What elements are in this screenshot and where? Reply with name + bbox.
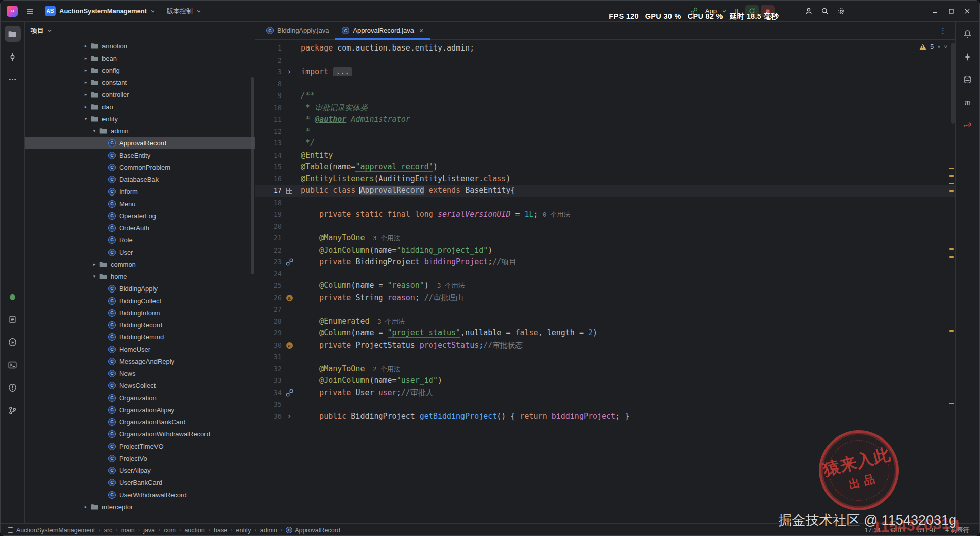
tree-item-HomeUser[interactable]: CHomeUser — [25, 343, 255, 355]
tree-item-OrderAuth[interactable]: COrderAuth — [25, 222, 255, 234]
tree-chevron-icon[interactable]: ▸ — [81, 68, 90, 73]
code-line-10[interactable]: 10 * 审批记录实体类 — [255, 102, 955, 114]
jpa-relation-icon[interactable] — [286, 389, 293, 397]
tree-item-NewsCollect[interactable]: CNewsCollect — [25, 379, 255, 392]
line-number[interactable]: 3 — [255, 66, 282, 78]
code-line-11[interactable]: 11 * @author Administrator — [255, 114, 955, 126]
warning-stripe-mark[interactable] — [949, 330, 954, 332]
tree-item-OperaterLog[interactable]: COperaterLog — [25, 210, 255, 222]
line-number[interactable]: 31 — [255, 351, 282, 363]
chevron-down-icon[interactable] — [47, 28, 53, 33]
close-tab-icon[interactable]: × — [419, 27, 423, 35]
warning-stripe-mark[interactable] — [949, 183, 954, 184]
ai-assistant-icon[interactable] — [960, 48, 976, 65]
tree-chevron-icon[interactable]: ▸ — [81, 43, 90, 48]
tree-item-ProjectVo[interactable]: CProjectVo — [25, 452, 255, 464]
line-number[interactable]: 36 — [255, 411, 282, 423]
breadcrumb-main[interactable]: main — [121, 527, 135, 534]
code-line-25[interactable]: 25 @Column(name = "reason") 3 个用法 — [255, 280, 955, 292]
tree-chevron-icon[interactable]: ▾ — [90, 274, 99, 279]
fold-chevron-icon[interactable]: › — [287, 68, 291, 76]
code-line-1[interactable]: 1package com.auction.base.entity.admin; — [255, 42, 955, 55]
git-icon[interactable] — [5, 402, 21, 418]
tree-item-entity[interactable]: ▾entity — [25, 113, 255, 125]
tree-chevron-icon[interactable]: ▸ — [81, 80, 90, 85]
tree-item-bean[interactable]: ▸bean — [25, 52, 255, 64]
minimize-icon[interactable] — [928, 4, 942, 18]
jpa-column-icon[interactable]: a — [286, 295, 293, 301]
code-line-32[interactable]: 32 @ManyToOne 2 个用法 — [255, 363, 955, 375]
account-icon[interactable] — [802, 4, 816, 18]
line-number[interactable]: 21 — [255, 232, 282, 245]
line-number[interactable]: 12 — [255, 126, 282, 138]
code-line-2[interactable]: 2 — [255, 55, 955, 67]
maximize-icon[interactable] — [944, 4, 958, 18]
breadcrumb-AuctionSystemManagement[interactable]: AuctionSystemManagement — [8, 527, 95, 534]
tree-chevron-icon[interactable]: ▸ — [81, 56, 90, 61]
database-icon[interactable] — [960, 71, 976, 87]
line-number[interactable]: 2 — [255, 55, 282, 67]
code-line-13[interactable]: 13 */ — [255, 137, 955, 150]
tree-scrollbar[interactable] — [251, 77, 254, 274]
breadcrumb-base[interactable]: base — [214, 527, 227, 534]
breadcrumb-src[interactable]: src — [104, 527, 113, 534]
tab-BiddingApply.java[interactable]: CBiddingApply.java — [260, 22, 335, 39]
line-number[interactable]: 9 — [255, 90, 282, 102]
next-problem-icon[interactable]: ˅ — [944, 44, 947, 50]
tree-item-Menu[interactable]: CMenu — [25, 198, 255, 210]
todo-icon[interactable] — [5, 311, 21, 327]
tree-item-common[interactable]: ▸common — [25, 258, 255, 270]
line-number[interactable]: 34 — [255, 387, 282, 399]
line-number[interactable]: 25 — [255, 280, 282, 292]
tree-item-BiddingRecord[interactable]: CBiddingRecord — [25, 319, 255, 331]
code-line-16[interactable]: 16@EntityListeners(AuditingEntityListene… — [255, 173, 955, 185]
line-number[interactable]: 27 — [255, 304, 282, 316]
inspections-widget[interactable]: 5 ˄ ˅ — [919, 43, 947, 51]
tree-chevron-icon[interactable]: ▾ — [90, 128, 99, 133]
tree-item-UserAlipay[interactable]: CUserAlipay — [25, 464, 255, 476]
prev-problem-icon[interactable]: ˄ — [937, 44, 940, 50]
code-line-18[interactable]: 18 — [255, 197, 955, 209]
tree-item-MessageAndReply[interactable]: CMessageAndReply — [25, 355, 255, 367]
commit-icon[interactable] — [5, 48, 21, 65]
tree-chevron-icon[interactable]: ▸ — [90, 262, 99, 267]
breadcrumb-admin[interactable]: admin — [260, 527, 277, 534]
warning-stripe-mark[interactable] — [949, 403, 954, 404]
line-number[interactable]: 13 — [255, 137, 282, 150]
tree-item-BiddingInform[interactable]: CBiddingInform — [25, 307, 255, 319]
line-number[interactable]: 11 — [255, 114, 282, 126]
code-line-20[interactable]: 20 — [255, 221, 955, 233]
jpa-entity-icon[interactable] — [286, 188, 292, 194]
line-number[interactable]: 30 — [255, 339, 282, 352]
code-line-9[interactable]: 9/** — [255, 90, 955, 102]
breadcrumb-ApprovalRecord[interactable]: CApprovalRecord — [286, 527, 340, 534]
tree-item-OrganizationAlipay[interactable]: COrganizationAlipay — [25, 404, 255, 416]
code-line-26[interactable]: 26a private String reason; //审批理由 — [255, 292, 955, 304]
editor-scrollbar[interactable] — [951, 43, 955, 124]
tree-item-config[interactable]: ▸config — [25, 64, 255, 76]
code-line-33[interactable]: 33 @JoinColumn(name="user_id") — [255, 375, 955, 387]
maven-icon[interactable]: m — [960, 94, 976, 110]
tree-item-OrganizationBankCard[interactable]: COrganizationBankCard — [25, 416, 255, 428]
tree-item-DatabaseBak[interactable]: CDatabaseBak — [25, 173, 255, 185]
breadcrumb-java[interactable]: java — [143, 527, 155, 534]
notifications-icon[interactable] — [960, 26, 976, 42]
tree-item-Inform[interactable]: CInform — [25, 185, 255, 198]
code-line-24[interactable]: 24 — [255, 268, 955, 280]
code-line-35[interactable]: 35 — [255, 399, 955, 411]
line-number[interactable]: 32 — [255, 363, 282, 375]
warning-stripe-mark[interactable] — [949, 168, 954, 169]
tree-item-annotion[interactable]: ▸annotion — [25, 40, 255, 52]
code-line-12[interactable]: 12 * — [255, 126, 955, 138]
tree-item-home[interactable]: ▾home — [25, 270, 255, 282]
warning-stripe-mark[interactable] — [949, 248, 954, 250]
line-number[interactable]: 8 — [255, 78, 282, 90]
code-line-27[interactable]: 27 — [255, 304, 955, 316]
line-number[interactable]: 15 — [255, 161, 282, 173]
tree-item-constant[interactable]: ▸constant — [25, 76, 255, 88]
line-number[interactable]: 24 — [255, 268, 282, 280]
tree-chevron-icon[interactable]: ▾ — [81, 116, 90, 121]
terminal-icon[interactable] — [5, 357, 21, 373]
tree-item-BiddingRemind[interactable]: CBiddingRemind — [25, 331, 255, 343]
breadcrumb-auction[interactable]: auction — [184, 527, 204, 534]
